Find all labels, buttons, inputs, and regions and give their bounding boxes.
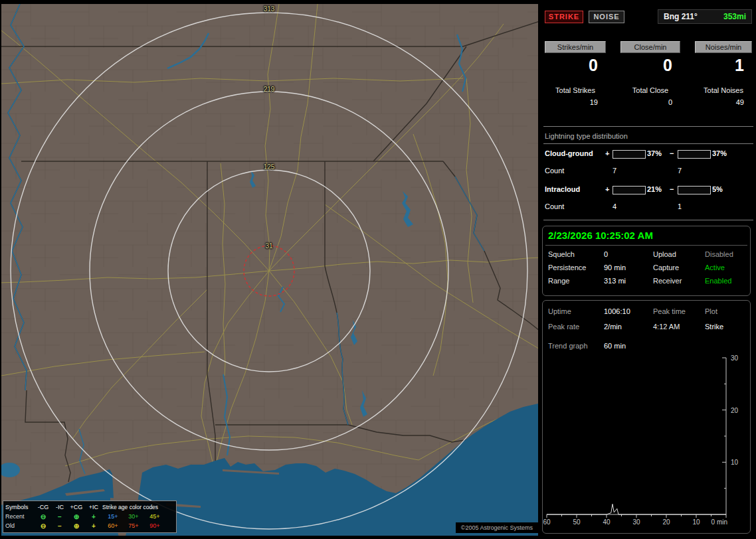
pos-cg-recent-icon: ⊕ <box>68 513 85 520</box>
legend-col-pos-cg: +CG <box>68 504 85 510</box>
trend-axes <box>547 358 726 514</box>
separator <box>543 143 753 144</box>
x-tick-label: 30 <box>632 518 640 526</box>
pos-ic-recent-icon: + <box>85 513 102 520</box>
current-datetime: 2/23/2026 10:25:02 AM <box>548 230 653 241</box>
range-label: Range <box>548 277 569 285</box>
ic-positive-bar <box>613 186 646 194</box>
total-strikes-label: Total Strikes <box>545 86 606 94</box>
intracloud-label: Intracloud <box>545 185 580 193</box>
noises-per-min-value: 1 <box>695 56 752 77</box>
intracloud-count-row: Count 4 1 <box>541 202 756 212</box>
status-panel: STRIKE NOISE Bng 211° 353mi Strikes/min … <box>541 0 756 539</box>
capture-label: Capture <box>653 264 679 271</box>
status-row-persistence: Persistence 90 min Capture Active <box>543 264 750 274</box>
ic-positive-count: 4 <box>613 202 616 210</box>
cg-negative-pct: 37% <box>712 149 727 157</box>
total-noises-value: 49 <box>695 98 752 106</box>
legend-col-pos-ic: +IC <box>85 504 102 510</box>
range-value: 313 mi <box>604 277 626 285</box>
legend-col-neg-cg: -CG <box>35 504 52 510</box>
legend-row-recent-label: Recent <box>5 513 35 520</box>
y-tick-label: 10 <box>731 459 739 466</box>
cg-negative-count: 7 <box>678 167 682 175</box>
pos-cg-old-icon: ⊕ <box>68 522 85 530</box>
persistence-value: 90 min <box>604 264 626 271</box>
age-code-45: 45+ <box>143 513 166 520</box>
total-close-label: Total Close <box>620 86 680 94</box>
cg-positive-bar <box>613 150 646 159</box>
noise-mode-button[interactable]: NOISE <box>589 11 624 23</box>
cg-negative-bar <box>678 150 711 159</box>
close-per-min-value: 0 <box>620 56 680 77</box>
plus-sign: + <box>605 185 609 193</box>
divider <box>545 245 747 246</box>
strike-legend: Symbols -CG -IC +CG +IC Strike age color… <box>3 501 177 533</box>
x-tick-label: 20 <box>662 518 670 526</box>
count-label: Count <box>545 202 564 210</box>
trend-box: Uptime 1006:10 Peak time Plot Peak rate … <box>542 300 751 534</box>
ic-negative-bar <box>678 186 711 194</box>
squelch-value: 0 <box>604 250 608 258</box>
total-close-value: 0 <box>620 98 680 106</box>
receiver-label: Receiver <box>653 277 682 285</box>
age-code-60: 60+ <box>102 522 124 529</box>
neg-cg-recent-icon: ⊖ <box>35 513 52 520</box>
cg-positive-pct: 37% <box>647 149 662 157</box>
map-canvas <box>1 4 538 536</box>
cg-positive-count: 7 <box>613 167 616 175</box>
noises-per-min-button[interactable]: Noises/min <box>695 41 752 53</box>
neg-ic-recent-icon: − <box>52 513 68 520</box>
status-row-range: Range 313 mi Receiver Enabled <box>543 277 750 287</box>
lightning-map: 313 219 125 31 Symbols -CG -IC +CG +IC S… <box>1 4 538 536</box>
separator <box>543 126 753 127</box>
close-per-min-button[interactable]: Close/min <box>620 41 680 53</box>
ic-negative-pct: 5% <box>712 185 723 193</box>
plus-sign: + <box>605 149 609 157</box>
strike-mode-button[interactable]: STRIKE <box>545 11 583 23</box>
separator <box>543 220 753 220</box>
upload-value: Disabled <box>705 250 733 258</box>
count-label: Count <box>545 167 564 175</box>
legend-age-header: Strike age color codes <box>102 504 166 510</box>
copyright-notice: ©2005 Astrogenic Systems <box>456 522 538 533</box>
squelch-label: Squelch <box>548 250 575 258</box>
capture-value: Active <box>705 264 725 271</box>
total-strikes-value: 19 <box>545 98 606 106</box>
x-tick-label: 50 <box>573 518 581 526</box>
ring-label-219: 219 <box>264 86 275 93</box>
x-tick-label: 0 min <box>711 518 727 526</box>
persistence-label: Persistence <box>548 264 586 271</box>
strikes-column: Strikes/min 0 Total Strikes 19 <box>545 41 606 106</box>
close-column: Close/min 0 Total Close 0 <box>620 41 680 106</box>
bearing-value: Bng 211° <box>664 12 698 21</box>
neg-ic-old-icon: − <box>52 522 68 530</box>
legend-row-old-label: Old <box>5 522 35 529</box>
ring-label-313: 313 <box>264 5 275 13</box>
total-noises-label: Total Noises <box>695 86 752 94</box>
age-code-90: 90+ <box>143 522 166 529</box>
cloud-ground-count-row: Count 7 7 <box>541 167 756 176</box>
receiver-value: Enabled <box>705 277 731 285</box>
x-tick-label: 10 <box>692 518 700 526</box>
receiver-status-box: 2/23/2026 10:25:02 AM Squelch 0 Upload D… <box>542 226 751 296</box>
cloud-ground-row: Cloud-ground + 37% − 37% <box>541 149 756 159</box>
y-tick-label: 30 <box>731 354 739 362</box>
bearing-range-value: 353mi <box>723 12 746 21</box>
legend-col-neg-ic: -IC <box>52 504 68 510</box>
legend-symbols-header: Symbols <box>5 504 35 510</box>
strikes-per-min-button[interactable]: Strikes/min <box>545 41 606 53</box>
age-code-30: 30+ <box>124 513 143 520</box>
cloud-ground-label: Cloud-ground <box>545 149 593 157</box>
ring-label-31: 31 <box>265 242 272 250</box>
minus-sign: − <box>670 185 674 193</box>
strikes-per-min-value: 0 <box>545 56 606 77</box>
age-code-75: 75+ <box>124 522 143 529</box>
upload-label: Upload <box>653 250 676 258</box>
noises-column: Noises/min 1 Total Noises 49 <box>695 41 752 106</box>
minus-sign: − <box>670 149 674 157</box>
trend-line <box>547 504 726 514</box>
trend-graph: 6050403020100 min102030 <box>543 301 750 533</box>
bearing-readout: Bng 211° 353mi <box>658 9 752 24</box>
status-row-squelch: Squelch 0 Upload Disabled <box>543 250 750 261</box>
